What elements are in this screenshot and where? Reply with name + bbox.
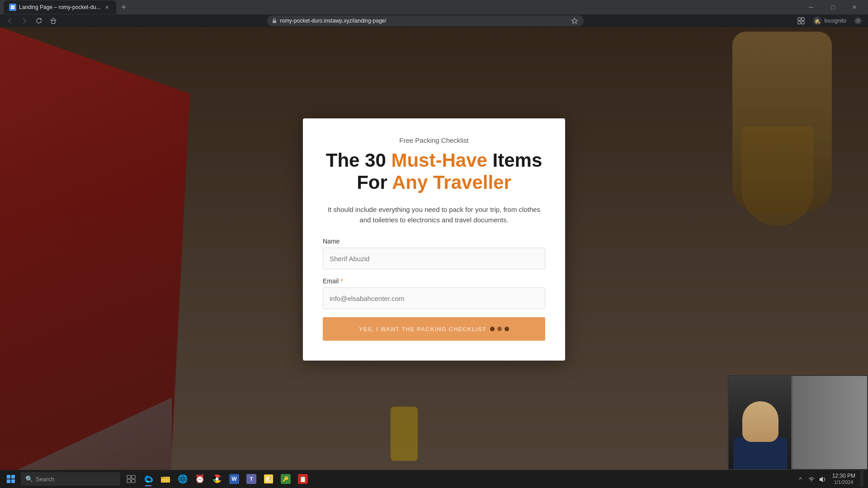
system-tray: ^ 12:30 PM 1/1/2024 bbox=[793, 471, 866, 487]
taskview-button[interactable] bbox=[123, 471, 139, 487]
clock-app-icon: ⏰ bbox=[195, 474, 205, 484]
svg-point-11 bbox=[857, 20, 859, 22]
svg-rect-5 bbox=[273, 20, 276, 23]
submit-label-text: YES, I WANT THE PACKING CHECKLIST bbox=[359, 326, 486, 333]
svg-rect-0 bbox=[11, 5, 13, 7]
show-desktop-button[interactable] bbox=[861, 471, 863, 487]
svg-point-20 bbox=[216, 478, 218, 480]
teams-button[interactable]: T bbox=[243, 471, 259, 487]
maximize-button[interactable]: □ bbox=[823, 0, 843, 14]
forward-button[interactable] bbox=[18, 14, 31, 27]
word-icon: W bbox=[229, 474, 239, 484]
dot-1 bbox=[490, 327, 495, 331]
tray-hidden-icons[interactable]: ^ bbox=[796, 474, 805, 483]
clock-display[interactable]: 12:30 PM 1/1/2024 bbox=[829, 473, 859, 485]
edge-browser-button[interactable] bbox=[140, 471, 156, 487]
url-text: romy-pocket-duro.instawp.xyz/landing-pag… bbox=[280, 18, 567, 24]
dot-2 bbox=[497, 327, 502, 331]
taskbar-search-bar[interactable]: 🔍 Search bbox=[21, 472, 120, 486]
extensions-button[interactable] bbox=[795, 14, 807, 27]
profile-button[interactable]: 🕵 Incognito bbox=[809, 16, 850, 25]
tab-title: Landing Page – romy-pocket-du... bbox=[19, 4, 101, 10]
file-explorer-icon bbox=[160, 474, 170, 484]
minimize-button[interactable]: ─ bbox=[801, 0, 821, 14]
windows-logo bbox=[7, 475, 15, 483]
settings-button[interactable] bbox=[852, 14, 864, 27]
sticky-notes-icon: 📝 bbox=[264, 474, 273, 483]
svg-rect-14 bbox=[127, 479, 131, 483]
cortana-icon: 🌐 bbox=[178, 474, 188, 484]
loading-indicator bbox=[490, 327, 509, 331]
clipboard-button[interactable]: 📋 bbox=[295, 471, 311, 487]
close-button[interactable]: ✕ bbox=[844, 0, 864, 14]
tab-controls: ─ □ ✕ bbox=[801, 0, 864, 14]
win-logo-cell-2 bbox=[11, 475, 15, 479]
word-button[interactable]: W bbox=[226, 471, 242, 487]
svg-rect-10 bbox=[802, 21, 804, 24]
email-input[interactable] bbox=[323, 287, 545, 309]
webcam-overlay bbox=[728, 375, 868, 470]
home-button[interactable] bbox=[47, 14, 60, 27]
active-tab[interactable]: Landing Page – romy-pocket-du... ✕ bbox=[4, 0, 116, 14]
signup-modal: Free Packing Checklist The 30 Must-Have … bbox=[303, 118, 565, 361]
svg-rect-17 bbox=[161, 477, 165, 478]
title-part2: Items bbox=[487, 150, 542, 171]
keepass-button[interactable]: 🔑 bbox=[278, 471, 294, 487]
network-icon[interactable] bbox=[807, 474, 816, 483]
incognito-label: Incognito bbox=[824, 18, 846, 24]
taskbar-search-text: Search bbox=[36, 476, 54, 483]
clock-date: 1/1/2024 bbox=[834, 479, 854, 485]
address-bar-row: romy-pocket-duro.instawp.xyz/landing-pag… bbox=[0, 14, 868, 27]
file-explorer-button[interactable] bbox=[157, 471, 174, 487]
win-logo-cell-1 bbox=[7, 475, 10, 479]
refresh-button[interactable] bbox=[33, 14, 45, 27]
svg-rect-1 bbox=[13, 5, 15, 7]
submit-button[interactable]: YES, I WANT THE PACKING CHECKLIST bbox=[323, 317, 545, 341]
clock-app-button[interactable]: ⏰ bbox=[192, 471, 208, 487]
svg-rect-12 bbox=[127, 475, 131, 479]
modal-title: The 30 Must-Have Items For Any Traveller bbox=[323, 150, 545, 193]
url-bar[interactable]: romy-pocket-duro.instawp.xyz/landing-pag… bbox=[267, 15, 584, 26]
edge-icon bbox=[143, 474, 153, 484]
start-button[interactable] bbox=[2, 471, 20, 487]
dot-3 bbox=[505, 327, 509, 331]
url-star-icon[interactable] bbox=[570, 16, 579, 25]
svg-rect-8 bbox=[802, 18, 804, 20]
name-label: Name bbox=[323, 238, 545, 245]
win-logo-cell-3 bbox=[7, 479, 10, 483]
chrome-icon bbox=[212, 474, 222, 484]
sticky-notes-button[interactable]: 📝 bbox=[260, 471, 277, 487]
title-part3: For bbox=[357, 172, 392, 193]
tab-close-button[interactable]: ✕ bbox=[104, 4, 111, 11]
svg-rect-9 bbox=[798, 21, 801, 24]
svg-rect-13 bbox=[132, 475, 135, 479]
modal-description: It should include everything you need to… bbox=[323, 204, 545, 225]
title-highlight-must-have: Must-Have bbox=[391, 150, 487, 171]
title-highlight-any-traveller: Any Traveller bbox=[392, 172, 511, 193]
win-logo-cell-4 bbox=[11, 479, 15, 483]
name-input[interactable] bbox=[323, 248, 545, 269]
chrome-button[interactable] bbox=[209, 471, 225, 487]
tab-bar: Landing Page – romy-pocket-du... ✕ + ─ □… bbox=[0, 0, 868, 14]
new-tab-button[interactable]: + bbox=[118, 1, 130, 13]
taskbar: 🔍 Search bbox=[0, 470, 868, 488]
person-body bbox=[733, 437, 788, 469]
lock-icon bbox=[272, 18, 277, 24]
taskview-icon bbox=[126, 474, 136, 484]
back-button[interactable] bbox=[4, 14, 16, 27]
svg-rect-15 bbox=[132, 479, 135, 483]
browser-window: Landing Page – romy-pocket-du... ✕ + ─ □… bbox=[0, 0, 868, 488]
cortana-button[interactable]: 🌐 bbox=[175, 471, 191, 487]
teams-icon: T bbox=[246, 474, 256, 484]
tab-favicon bbox=[9, 4, 16, 11]
webcam-bg bbox=[729, 376, 867, 469]
email-required-mark: * bbox=[339, 277, 343, 285]
title-part1: The 30 bbox=[326, 150, 392, 171]
svg-marker-6 bbox=[572, 18, 578, 23]
page-content: Free Packing Checklist The 30 Must-Have … bbox=[0, 27, 868, 470]
clipboard-icon: 📋 bbox=[298, 474, 308, 484]
clock-time: 12:30 PM bbox=[832, 473, 855, 479]
volume-icon[interactable] bbox=[818, 474, 827, 483]
name-form-group: Name bbox=[323, 238, 545, 269]
keepass-icon: 🔑 bbox=[281, 474, 291, 484]
